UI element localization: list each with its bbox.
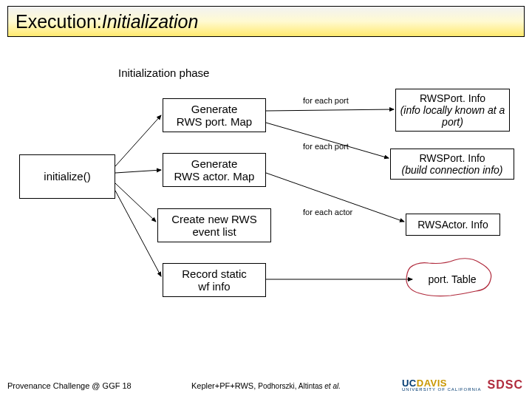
info-portinfo-2: RWSPort. Info (build connection info) [390,149,514,180]
svg-line-0 [115,115,161,166]
box-create-eventlist: Create new RWS event list [157,208,271,242]
svg-line-4 [266,109,394,111]
connectors-svg [0,0,532,399]
slide-title-prefix: Execution: [16,11,102,33]
info-portinfo-1-title: RWSPort. Info [420,92,485,104]
edge-label-actor: for each actor [303,208,352,216]
svg-line-1 [115,170,161,173]
svg-line-2 [115,183,156,222]
ucdavis-logo: UCDAVIS UNIVERSITY OF CALIFORNIA [402,378,482,392]
phase-label: Initialization phase [118,66,209,79]
box-record-static: Record static wf info [163,263,266,297]
sdsc-logo: SDSC [488,378,523,392]
box-generate-actormap-text: Generate RWS actor. Map [174,157,255,183]
box-record-static-text: Record static wf info [182,267,247,293]
box-create-eventlist-text: Create new RWS event list [171,213,257,239]
info-portinfo-2-sub: (build connection info) [402,164,503,176]
box-generate-portmap: Generate RWS port. Map [163,98,266,132]
svg-line-3 [115,191,161,276]
footer-center-prefix: Kepler+PF+RWS, [191,381,258,390]
box-initialize: initialize() [19,154,115,199]
info-porttable: port. Table [414,268,491,290]
ucd-sub: UNIVERSITY OF CALIFORNIA [402,387,482,392]
edge-label-port-1: for each port [303,96,349,105]
box-generate-portmap-text: Generate RWS port. Map [177,103,252,129]
slide-title-emphasis: Initialization [102,11,199,33]
slide-title-banner: Execution: Initialization [7,6,525,37]
svg-line-5 [266,123,389,158]
info-actorinfo-text: RWSActor. Info [417,219,488,231]
slide-root: Execution: Initialization Initialization… [0,0,532,399]
footer-center-etal: et al. [324,382,341,390]
info-porttable-text: port. Table [428,273,476,285]
info-actorinfo: RWSActor. Info [406,214,500,236]
info-portinfo-2-title: RWSPort. Info [419,152,485,164]
edge-label-port-2: for each port [303,142,349,151]
box-initialize-text: initialize() [44,170,90,183]
info-portinfo-1: RWSPort. Info (info locally known at a p… [395,89,510,132]
logo-area: UCDAVIS UNIVERSITY OF CALIFORNIA SDSC [402,378,523,392]
info-portinfo-1-sub: (info locally known at a port) [399,104,506,128]
footer-center-authors: Podhorszki, Altintas [258,382,324,390]
box-generate-actormap: Generate RWS actor. Map [163,153,266,187]
